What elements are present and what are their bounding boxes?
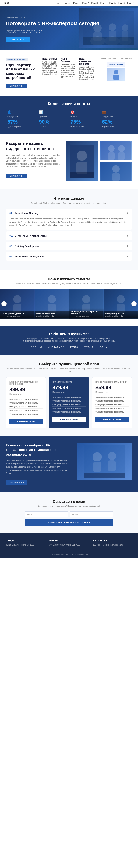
footer-col-2-address: 100 Petit N. Corolle, Internodal 5200 bbox=[93, 544, 132, 547]
svg-rect-45 bbox=[108, 460, 116, 471]
talent-card-img-1: Подбор персонала Ut enim ad minim veniam bbox=[35, 289, 69, 318]
footer-col-1-address: 100 Byron Street, Vetricles QLD 4305 bbox=[49, 544, 89, 547]
why-section: Почему стоит выбрать HR-консалтинговую к… bbox=[0, 436, 138, 492]
nav-page2[interactable]: Page 2 bbox=[82, 2, 89, 4]
accordion-item-2: 03.Training Development ▼ bbox=[6, 242, 132, 250]
accordion-header-0[interactable]: 01.Recruitment Staffing ▲ bbox=[6, 209, 132, 217]
carousel-prev-button[interactable]: ‹ bbox=[1, 301, 7, 306]
partner-cta-button[interactable]: ЧИТАТЬ ДАЛЕЕ bbox=[6, 84, 27, 88]
brand-logo-0: CROLLA bbox=[31, 346, 42, 349]
accordion-label-0: Recruitment Staffing bbox=[14, 212, 38, 215]
talent-card-overlay-2: Инновационные кадровые решения Ut enim a… bbox=[69, 308, 104, 318]
pricing-feature-0-0: Функция управления персоналом bbox=[9, 398, 43, 401]
one-partner-section: Подписаться на Гости Один партнер для вс… bbox=[0, 50, 138, 96]
svg-point-23 bbox=[112, 165, 120, 173]
talent-carousel: ‹ Поиск руководителей Ut enim ad minim v… bbox=[0, 289, 138, 318]
nav-contact[interactable]: Contact bbox=[64, 2, 71, 4]
talent-card-title-1: Подбор персонала bbox=[37, 313, 67, 315]
pricing-plan-label-1: Стандартный план bbox=[52, 381, 86, 383]
hero-cta-button[interactable]: УЗНАТЬ ДАЛЕЕ bbox=[6, 37, 30, 42]
stat-item-0: 👤 Сотрудников 67% Удовлетворены bbox=[7, 110, 36, 128]
accordion-header-1[interactable]: 02.Compensation Management ▼ bbox=[6, 231, 132, 240]
accordion-header-3[interactable]: 04.Performance Management ▼ bbox=[6, 252, 132, 260]
talent-subtitle: Lorem ipsum dolor sit amet consectetur a… bbox=[6, 282, 132, 285]
leadership-cta-button[interactable]: ЧИТАТЬ ДАЛЕЕ bbox=[6, 174, 27, 178]
leadership-text: Lorem ipsum dolor sit amet. Click to sel… bbox=[6, 154, 61, 168]
stat-label-3: Зарабатывают bbox=[102, 126, 131, 128]
contact-email-input[interactable] bbox=[70, 512, 113, 517]
partner-image bbox=[107, 68, 125, 81]
accordion-item-3: 04.Performance Management ▼ bbox=[6, 252, 132, 261]
pricing-price-0: $39,99 bbox=[9, 386, 43, 393]
talent-card-sub-2: Ut enim ad minim veniam bbox=[71, 315, 102, 317]
talent-card-2[interactable]: Инновационные кадровые решения Ut enim a… bbox=[69, 289, 104, 318]
stat-label-0: Удовлетворены bbox=[7, 126, 36, 128]
why-svg bbox=[84, 445, 125, 478]
pricing-feature-1-2: Функция управления персоналом bbox=[52, 403, 86, 406]
contact-name-input[interactable] bbox=[25, 512, 68, 517]
nav-links: Home Contact Page 1 Page 2 Page 3 Page 4… bbox=[56, 2, 134, 4]
brand-logo-1: ◇ BINANCE bbox=[48, 346, 64, 349]
leadership-img-2 bbox=[99, 141, 132, 160]
accordion-label-2: Training Development bbox=[14, 245, 40, 248]
nav-page7[interactable]: Page 7 bbox=[127, 2, 134, 4]
svg-rect-21 bbox=[118, 152, 125, 160]
why-cta-button[interactable]: ЧИТАТЬ ДАЛЕЕ bbox=[6, 480, 27, 485]
accordion-number-3: 04. bbox=[9, 255, 13, 258]
why-text: Duis aute irure dolor in reprehenderit i… bbox=[6, 459, 72, 475]
accordion-body-0: Answer: Lorem ipsum dolor sit amet, cons… bbox=[6, 217, 132, 229]
pricing-section: Выберите лучший ценовой план Lorem ipsum… bbox=[0, 354, 138, 436]
nav-page5[interactable]: Page 5 bbox=[109, 2, 116, 4]
footer-col-0-title: Следуй bbox=[6, 539, 45, 542]
drives-subtitle: Sample text. Click to select to edit. Od… bbox=[6, 202, 132, 204]
pricing-card-2: План профессионального HR $59,99 Премиум… bbox=[92, 377, 132, 428]
nav-logo[interactable]: logo bbox=[4, 1, 9, 4]
pricing-cta-button-0[interactable]: ВЫБРАТЬ ПЛАН bbox=[9, 419, 43, 425]
footer-columns: Следуй 40 N Santa Ave, Togland SM 1602 M… bbox=[6, 539, 132, 547]
accordion-label-3: Performance Management bbox=[14, 255, 45, 258]
accordion-header-2[interactable]: 03.Training Development ▼ bbox=[6, 242, 132, 250]
why-left: Почему стоит выбрать HR-консалтинговую к… bbox=[6, 443, 72, 485]
partner-person-svg bbox=[109, 69, 124, 80]
leadership-images bbox=[66, 141, 132, 182]
talent-card-overlay-1: Подбор персонала Ut enim ad minim veniam bbox=[35, 310, 69, 318]
talent-card-1[interactable]: Подбор персонала Ut enim ad minim veniam bbox=[35, 289, 69, 318]
contact-submit-button[interactable]: ПРЕДСТАВИТЬ НА РАССМОТРЕНИЕ bbox=[25, 519, 113, 526]
nav-page3[interactable]: Page 3 bbox=[91, 2, 98, 4]
partner-columns: Наши ответы Sample text. Click to select… bbox=[42, 58, 96, 80]
phone-sub: Звоните 24 часа в сутки, 7 дней в неделю bbox=[100, 58, 132, 59]
drives-section: Что нами движет Sample text. Click to se… bbox=[0, 189, 138, 270]
talent-card-overlay-3: Отбор кандидатов Ut enim ad minim veniam bbox=[104, 310, 138, 318]
pricing-feature-1-1: Функция управления персоналом bbox=[52, 399, 86, 403]
carousel-next-button[interactable]: › bbox=[131, 301, 137, 306]
partner-phone-block: Звоните 24 часа в сутки, 7 дней в неделю… bbox=[100, 58, 132, 81]
nav-home[interactable]: Home bbox=[56, 2, 61, 4]
svg-rect-43 bbox=[93, 462, 101, 472]
partner-col-3: Наши ключевые ценности sample text. Clic… bbox=[79, 58, 96, 80]
footer-col-1: Mis-diam 100 Byron Street, Vetricles QLD… bbox=[49, 539, 89, 547]
partner-col-2: Наши Перемент sample text. Click to sele… bbox=[61, 58, 77, 80]
pricing-feature-0-3: Функция управления персоналом bbox=[9, 408, 43, 412]
leadership-section: Раскрытие вашего лидерского потенциала L… bbox=[0, 133, 138, 189]
nav-page6[interactable]: Page 6 bbox=[118, 2, 125, 4]
why-title: Почему стоит выбрать HR-консалтинговую к… bbox=[6, 443, 72, 457]
contact-title: Связаться с нами bbox=[6, 499, 132, 504]
pricing-price-1: $79,99 bbox=[52, 384, 86, 391]
nav-page1[interactable]: Page 1 bbox=[73, 2, 80, 4]
talent-card-title-3: Отбор кандидатов bbox=[105, 313, 136, 315]
pricing-plan-label-2: План профессионального HR bbox=[95, 381, 129, 383]
nav-page4[interactable]: Page 4 bbox=[100, 2, 107, 4]
accordion-label-1: Compensation Management bbox=[14, 235, 46, 237]
talent-section: Поиск нужного таланта Lorem ipsum dolor … bbox=[0, 270, 138, 326]
pricing-feature-0-2: Функция управления персоналом bbox=[9, 405, 43, 408]
pricing-cta-button-1[interactable]: ВЫБРАТЬ ПЛАН bbox=[52, 417, 86, 423]
svg-rect-12 bbox=[113, 75, 120, 80]
stat-value-2: 75% bbox=[71, 119, 99, 125]
stat-desc-1: Прочитали bbox=[39, 116, 68, 118]
accordion-number-0: 01. bbox=[9, 212, 13, 215]
talent-card-title-2: Инновационные кадровые решения bbox=[71, 310, 102, 315]
pricing-feature-1-4: Функция управления персоналом bbox=[52, 410, 86, 414]
pricing-cta-button-2[interactable]: ВЫБРАТЬ ПЛАН bbox=[95, 417, 129, 423]
phone-number: (352) 423-5969 bbox=[107, 62, 125, 67]
leadership-svg-1 bbox=[70, 145, 94, 178]
